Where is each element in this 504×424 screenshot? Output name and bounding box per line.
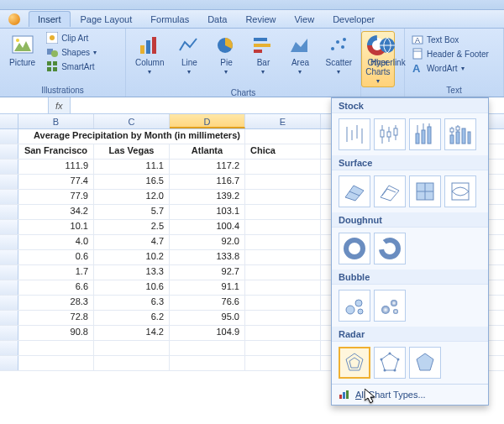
cell[interactable] bbox=[245, 356, 321, 370]
surface-chart-3[interactable] bbox=[409, 175, 441, 207]
stock-chart-2[interactable] bbox=[374, 118, 406, 150]
cell[interactable]: 91.1 bbox=[170, 280, 245, 295]
cell[interactable]: 76.6 bbox=[170, 296, 245, 310]
doughnut-chart-1[interactable] bbox=[339, 233, 370, 264]
row-header[interactable] bbox=[0, 280, 18, 295]
cell[interactable]: 111.9 bbox=[18, 160, 94, 174]
row-header[interactable] bbox=[0, 265, 18, 280]
cell[interactable]: 77.4 bbox=[18, 175, 94, 189]
cell[interactable]: 11.1 bbox=[94, 160, 170, 174]
cell[interactable] bbox=[18, 341, 94, 355]
header-cell[interactable]: Chica bbox=[245, 144, 321, 159]
shapes-button[interactable]: Shapes▾ bbox=[45, 45, 98, 59]
cell[interactable]: 4.0 bbox=[18, 235, 94, 249]
cell[interactable]: 14.2 bbox=[94, 326, 170, 340]
pie-chart-button[interactable]: Pie▾ bbox=[210, 31, 242, 78]
cell[interactable] bbox=[245, 160, 321, 174]
cell[interactable] bbox=[170, 341, 245, 355]
cell[interactable]: 116.7 bbox=[170, 175, 245, 189]
cell[interactable] bbox=[245, 235, 321, 249]
row-header[interactable] bbox=[0, 296, 18, 310]
tab-formulas[interactable]: Formulas bbox=[142, 12, 197, 27]
row-header[interactable] bbox=[0, 190, 18, 204]
bubble-chart-2[interactable] bbox=[374, 290, 406, 322]
bar-chart-button[interactable]: Bar▾ bbox=[247, 31, 279, 78]
radar-chart-1[interactable] bbox=[339, 347, 370, 379]
row-header[interactable] bbox=[0, 160, 18, 174]
tab-developer[interactable]: Developer bbox=[324, 12, 383, 27]
hyperlink-button[interactable]: Hyperlink bbox=[366, 31, 410, 70]
surface-chart-1[interactable] bbox=[339, 175, 370, 207]
radar-chart-2[interactable] bbox=[374, 347, 406, 379]
cell[interactable] bbox=[245, 175, 321, 189]
row-header[interactable] bbox=[0, 235, 18, 249]
header-cell[interactable]: Atlanta bbox=[170, 144, 245, 159]
cell[interactable]: 133.8 bbox=[170, 250, 245, 264]
cell[interactable] bbox=[94, 341, 170, 355]
tab-view[interactable]: View bbox=[286, 12, 323, 27]
cell[interactable]: 100.4 bbox=[170, 220, 245, 234]
title-cell[interactable]: Average Precipitation by Month (in milli… bbox=[18, 129, 245, 144]
row-header[interactable] bbox=[0, 341, 18, 355]
cell[interactable]: 104.9 bbox=[170, 326, 245, 340]
stock-chart-1[interactable] bbox=[339, 118, 370, 150]
cell[interactable]: 6.2 bbox=[94, 311, 170, 325]
row-header[interactable] bbox=[0, 129, 18, 144]
picture-button[interactable]: Picture bbox=[5, 31, 39, 70]
cell[interactable] bbox=[245, 205, 321, 219]
cell[interactable]: 6.6 bbox=[18, 280, 94, 295]
cell[interactable]: 5.7 bbox=[94, 205, 170, 219]
cell[interactable] bbox=[245, 265, 321, 280]
tab-insert[interactable]: Insert bbox=[29, 11, 71, 27]
cell[interactable] bbox=[245, 190, 321, 204]
cell[interactable]: 10.6 bbox=[94, 280, 170, 295]
cell[interactable]: 2.5 bbox=[94, 220, 170, 234]
area-chart-button[interactable]: Area▾ bbox=[284, 31, 316, 78]
cell[interactable]: 139.2 bbox=[170, 190, 245, 204]
cell[interactable] bbox=[94, 356, 170, 370]
cell[interactable]: 34.2 bbox=[18, 205, 94, 219]
scatter-chart-button[interactable]: Scatter▾ bbox=[321, 31, 356, 78]
cell[interactable]: 16.5 bbox=[94, 175, 170, 189]
cell[interactable]: 72.8 bbox=[18, 311, 94, 325]
radar-chart-3[interactable] bbox=[409, 347, 441, 379]
cell[interactable] bbox=[245, 311, 321, 325]
stock-chart-4[interactable] bbox=[444, 118, 476, 150]
cell[interactable] bbox=[170, 356, 245, 370]
cell[interactable] bbox=[18, 356, 94, 370]
row-header[interactable] bbox=[0, 175, 18, 189]
headerfooter-button[interactable]: Header & Footer bbox=[410, 47, 491, 60]
cell[interactable]: 77.9 bbox=[18, 190, 94, 204]
cell[interactable]: 1.7 bbox=[18, 265, 94, 280]
cell[interactable] bbox=[245, 280, 321, 295]
header-cell[interactable]: Las Vegas bbox=[94, 144, 170, 159]
cell[interactable]: 10.2 bbox=[94, 250, 170, 264]
cell[interactable]: 4.7 bbox=[94, 235, 170, 249]
surface-chart-4[interactable] bbox=[444, 175, 476, 207]
tab-page-layout[interactable]: Page Layout bbox=[72, 12, 141, 27]
row-header[interactable] bbox=[0, 356, 18, 370]
col-c[interactable]: C bbox=[94, 114, 170, 128]
cell[interactable] bbox=[245, 341, 321, 355]
fx-icon[interactable]: fx bbox=[49, 97, 71, 113]
cell[interactable]: 0.6 bbox=[18, 250, 94, 264]
cell[interactable] bbox=[245, 129, 321, 144]
select-all-corner[interactable] bbox=[0, 114, 18, 128]
cell[interactable] bbox=[245, 220, 321, 234]
cell[interactable]: 10.1 bbox=[18, 220, 94, 234]
cell[interactable]: 92.0 bbox=[170, 235, 245, 249]
row-header[interactable] bbox=[0, 144, 18, 159]
textbox-button[interactable]: AText Box bbox=[410, 33, 491, 46]
cell[interactable]: 90.8 bbox=[18, 326, 94, 340]
all-chart-types[interactable]: All Chart Types... bbox=[332, 384, 488, 405]
row-header[interactable] bbox=[0, 250, 18, 264]
doughnut-chart-2[interactable] bbox=[374, 233, 406, 264]
cell[interactable] bbox=[245, 296, 321, 310]
smartart-button[interactable]: SmartArt bbox=[45, 60, 98, 73]
tab-data[interactable]: Data bbox=[199, 12, 235, 27]
cell[interactable]: 12.0 bbox=[94, 190, 170, 204]
name-box[interactable] bbox=[0, 97, 49, 113]
row-header[interactable] bbox=[0, 205, 18, 219]
office-button[interactable] bbox=[8, 13, 20, 25]
column-chart-button[interactable]: Column▾ bbox=[131, 31, 168, 78]
